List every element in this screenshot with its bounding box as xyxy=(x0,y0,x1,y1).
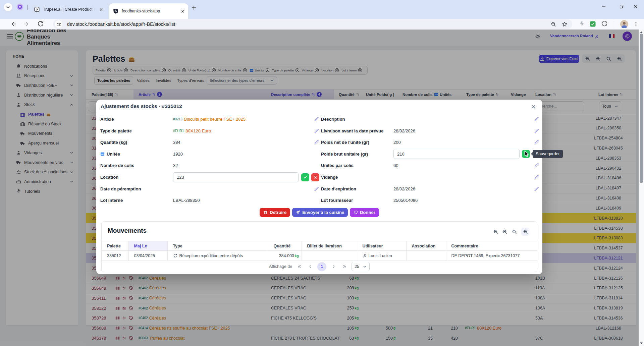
edit-pencil-icon[interactable] xyxy=(534,186,539,191)
field-label: Quantité (kg) xyxy=(100,140,173,145)
page-size-select[interactable]: 25 xyxy=(352,262,370,271)
scroll-down-icon xyxy=(640,342,643,345)
next-page-button[interactable] xyxy=(329,263,337,271)
edit-pencil-icon[interactable] xyxy=(314,140,319,145)
destroy-button[interactable]: Détruire xyxy=(260,208,290,217)
zoom-out-icon[interactable] xyxy=(493,229,498,234)
forward-icon[interactable] xyxy=(23,21,30,27)
send-to-kitchen-button[interactable]: Envoyer à la cuisine xyxy=(292,208,348,217)
tab-foodbanks[interactable]: foodbanks-stock-app xyxy=(109,3,188,19)
browser-tabstrip: Trupeer.ai | Create Product Vide foodban… xyxy=(0,0,644,19)
field-label: Livraison avant la date prévue xyxy=(321,128,393,133)
edit-pencil-icon[interactable] xyxy=(534,140,539,145)
zoom-in-button[interactable] xyxy=(521,228,529,236)
donate-button[interactable]: Donner xyxy=(350,208,379,217)
angular-favicon-icon xyxy=(113,8,118,14)
cancel-button[interactable] xyxy=(311,173,319,181)
current-page-button[interactable]: 1 xyxy=(317,262,326,271)
url-text: dev.stock.foodbanksit.be/stock/app/fr-BE… xyxy=(67,21,175,27)
first-page-button[interactable] xyxy=(295,263,303,271)
browser-menu-icon[interactable] xyxy=(633,21,639,27)
mov-col-quantite[interactable]: Quantité xyxy=(268,241,302,251)
send-icon xyxy=(296,210,300,215)
browser-chrome: Trupeer.ai | Create Product Vide foodban… xyxy=(0,0,644,30)
close-tab-icon[interactable] xyxy=(98,6,104,12)
page-scrollbar[interactable] xyxy=(639,30,644,346)
field-value: 28/02/2026 xyxy=(393,128,415,133)
window-restore-button[interactable] xyxy=(619,4,625,10)
mov-col-commentaire[interactable]: Commentaire xyxy=(446,241,537,251)
last-page-button[interactable] xyxy=(340,263,348,271)
scrollbar-thumb[interactable] xyxy=(640,34,643,183)
transfer-icon xyxy=(173,253,177,258)
confirm-button[interactable] xyxy=(301,173,309,181)
zoom-icon[interactable] xyxy=(551,21,556,27)
edit-pencil-icon[interactable] xyxy=(314,128,319,133)
search-icon[interactable] xyxy=(512,229,517,234)
reload-icon[interactable] xyxy=(38,21,44,27)
close-icon xyxy=(314,175,317,179)
movements-header-row: Palette Maj Le Type Quantité Billet de l… xyxy=(102,241,537,251)
modal-close-button[interactable] xyxy=(530,103,537,110)
screen: Federation des Banques Alimentaires Vand… xyxy=(0,0,644,346)
save-tooltip: Sauvegarder xyxy=(533,150,563,158)
edit-pencil-icon[interactable] xyxy=(314,117,319,122)
mov-col-association[interactable]: Association xyxy=(406,241,446,251)
mov-cell-date: 03/04/2025 xyxy=(128,251,167,261)
field-label: Lot fournisseur xyxy=(321,198,393,203)
mov-cell-utilisateur: Louis Lucien xyxy=(357,251,406,261)
mov-col-palette[interactable]: Palette xyxy=(102,241,128,251)
user-icon xyxy=(363,253,367,258)
previous-page-button[interactable] xyxy=(306,263,314,271)
mov-cell-billet xyxy=(302,251,357,261)
extension-icon[interactable] xyxy=(579,21,585,26)
edit-pencil-icon[interactable] xyxy=(534,128,539,133)
window-close-button[interactable] xyxy=(633,4,639,10)
field-row-vidange: Vidange xyxy=(321,172,538,183)
modal-actions: Détruire Envoyer à la cuisine Donner xyxy=(96,208,542,217)
movement-row[interactable]: 335012 03/04/2025 Réception expédition e… xyxy=(102,251,537,261)
field-label: Lot interne xyxy=(100,198,173,203)
extensions-puzzle-icon[interactable] xyxy=(602,21,608,27)
edit-pencil-icon[interactable] xyxy=(314,186,319,191)
mov-col-majle[interactable]: Maj Le xyxy=(128,241,167,251)
close-tab-icon[interactable] xyxy=(179,8,185,14)
site-settings-icon[interactable] xyxy=(55,20,62,28)
field-row-poids-net-de-l-unit-gr-: Poids net de l'unité (gr)200 xyxy=(321,137,538,148)
gross-weight-input[interactable]: 210 xyxy=(393,149,520,159)
edit-pencil-icon[interactable] xyxy=(534,175,539,180)
mov-cell-quantite: 384.000kg xyxy=(268,251,302,261)
browser-profile-icon[interactable] xyxy=(16,3,23,10)
movements-pagination: Affichage de 1 25 xyxy=(102,261,537,273)
mov-cell-association xyxy=(406,251,446,261)
field-label: Date de péremption xyxy=(100,186,173,191)
mov-col-billet[interactable]: Billet de livraison xyxy=(302,241,357,251)
profile-avatar[interactable] xyxy=(620,20,628,28)
new-tab-button[interactable] xyxy=(191,4,197,11)
tab-trupeer[interactable]: Trupeer.ai | Create Product Vide xyxy=(30,3,107,15)
field-label: Unités par colis xyxy=(321,163,393,168)
back-icon[interactable] xyxy=(10,21,16,27)
window-minimize-button[interactable] xyxy=(601,4,607,10)
edit-pencil-icon[interactable] xyxy=(534,163,539,168)
edit-pencil-icon[interactable] xyxy=(534,117,539,122)
tab-title: Trupeer.ai | Create Product Vide xyxy=(43,7,95,12)
zoom-out-icon[interactable] xyxy=(502,229,507,234)
adblock-check-icon[interactable] xyxy=(590,21,596,27)
mov-col-type[interactable]: Type xyxy=(167,241,268,251)
field-value: 32 xyxy=(173,163,178,168)
tab-title: foodbanks-stock-app xyxy=(122,9,177,13)
mov-col-utilisateur[interactable]: Utilisateur xyxy=(357,241,406,251)
field-value: 28/02/2026 xyxy=(393,186,415,191)
tab-search-button[interactable] xyxy=(4,3,12,11)
movements-card: Mouvements Palette Maj Le Type Quantité … xyxy=(101,221,537,272)
movements-title: Mouvements xyxy=(108,227,147,234)
address-bar[interactable]: dev.stock.foodbanksit.be/stock/app/fr-BE… xyxy=(53,19,572,29)
trash-icon xyxy=(263,210,268,215)
mov-cell-palette: 335012 xyxy=(102,251,128,261)
location-input[interactable]: 123 xyxy=(173,172,299,182)
bookmark-star-icon[interactable] xyxy=(562,21,568,27)
field-row-livraison-avant-la-date-pr-vue: Livraison avant la date prévue28/02/2026 xyxy=(321,125,538,136)
field-row-poids-brut-unitaire-gr-: Poids brut unitaire (gr)210 xyxy=(321,148,538,160)
modal-title: Ajustement des stocks - #335012 xyxy=(101,103,182,109)
